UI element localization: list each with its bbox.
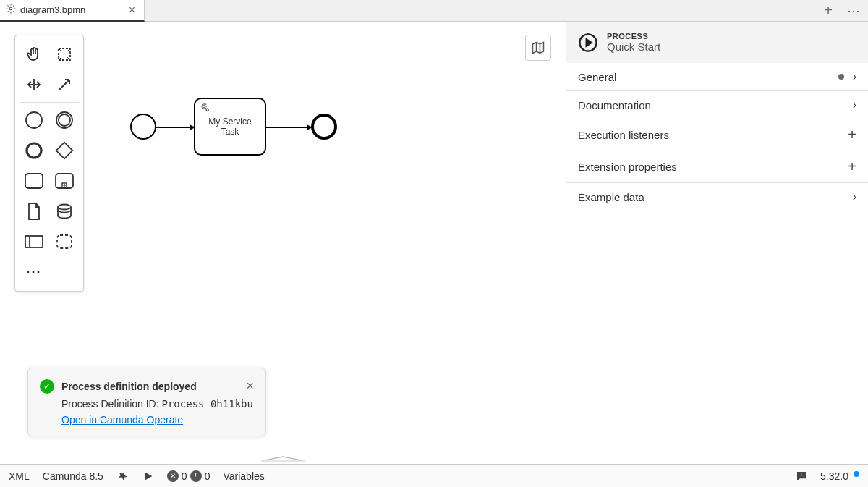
- variables-button[interactable]: Variables: [223, 470, 264, 482]
- end-event-tool[interactable]: [20, 136, 48, 165]
- section-label: Example data: [578, 191, 644, 203]
- svg-text:!: !: [801, 472, 802, 477]
- subprocess-tool[interactable]: [50, 166, 79, 195]
- chevron-right-icon: ›: [853, 70, 856, 83]
- section-label: General: [578, 71, 616, 83]
- data-store-tool[interactable]: [50, 197, 79, 226]
- process-definition-id: Process_0h11kbu: [162, 398, 253, 410]
- tool-palette: ···: [14, 35, 84, 292]
- element-name: Quick Start: [607, 41, 660, 53]
- warning-count: 0: [205, 470, 210, 482]
- task-label: My Service Task: [200, 117, 260, 137]
- new-tab-button[interactable]: +: [817, 2, 840, 19]
- more-tools[interactable]: ···: [20, 258, 48, 287]
- section-execution-listeners[interactable]: Execution listeners +: [566, 119, 868, 151]
- task-tool[interactable]: [20, 166, 48, 195]
- intermediate-event-tool[interactable]: [50, 106, 79, 135]
- toast-body: Process Definition ID: Process_0h11kbu: [61, 398, 254, 410]
- close-tab-icon[interactable]: ×: [126, 4, 138, 17]
- section-documentation[interactable]: Documentation ›: [566, 91, 868, 119]
- warning-icon: !: [190, 470, 202, 482]
- section-extension-properties[interactable]: Extension properties +: [566, 151, 868, 183]
- minimap-toggle[interactable]: [525, 35, 551, 61]
- svg-point-17: [206, 109, 208, 111]
- deploy-notification: ✓ Process definition deployed × Process …: [27, 368, 266, 436]
- version-indicator[interactable]: 5.32.0: [820, 470, 859, 482]
- section-label: Execution listeners: [578, 129, 669, 141]
- end-event[interactable]: [311, 114, 337, 140]
- bpmn-file-icon: [6, 4, 16, 16]
- process-icon: [578, 33, 598, 53]
- diagram-canvas[interactable]: ··· My Service Task ✓ Process definition…: [0, 22, 566, 464]
- space-tool[interactable]: [20, 70, 48, 99]
- element-type: PROCESS: [607, 32, 660, 41]
- engine-profile[interactable]: Camunda 8.5: [43, 470, 103, 482]
- service-task[interactable]: My Service Task: [194, 98, 266, 156]
- svg-marker-23: [145, 472, 152, 480]
- svg-point-10: [58, 205, 71, 210]
- error-count: 0: [182, 470, 187, 482]
- section-label: Extension properties: [578, 161, 677, 173]
- start-instance-button[interactable]: [142, 470, 154, 482]
- plus-icon[interactable]: +: [848, 158, 856, 175]
- properties-header: PROCESS Quick Start: [566, 22, 868, 63]
- svg-rect-7: [25, 174, 43, 188]
- group-tool[interactable]: [50, 227, 79, 256]
- chevron-right-icon: ›: [853, 190, 856, 203]
- hand-tool[interactable]: [20, 40, 48, 69]
- tab-menu-button[interactable]: ⋯: [840, 3, 868, 19]
- service-task-icon: [200, 102, 211, 116]
- deploy-button[interactable]: [116, 470, 129, 483]
- svg-point-5: [27, 143, 41, 158]
- chevron-right-icon: ›: [853, 98, 856, 111]
- success-icon: ✓: [40, 379, 54, 394]
- sequence-flow-1[interactable]: [156, 124, 195, 130]
- start-event-tool[interactable]: [20, 106, 48, 135]
- svg-marker-22: [587, 39, 592, 46]
- update-dot-icon: [854, 471, 859, 477]
- error-icon: ✕: [167, 470, 179, 482]
- section-example-data[interactable]: Example data ›: [566, 183, 868, 211]
- panel-collapse-handle[interactable]: [261, 452, 305, 460]
- close-toast-button[interactable]: ×: [246, 378, 254, 394]
- svg-point-0: [9, 7, 12, 10]
- svg-rect-6: [56, 143, 73, 159]
- section-label: Documentation: [578, 99, 651, 111]
- connect-tool[interactable]: [50, 70, 79, 99]
- toast-body-label: Process Definition ID:: [61, 398, 162, 410]
- tab-bar: diagram3.bpmn × + ⋯: [0, 0, 868, 22]
- version-text: 5.32.0: [820, 470, 848, 482]
- sequence-flow-2[interactable]: [266, 124, 312, 130]
- problems-indicator[interactable]: ✕0 !0: [167, 470, 210, 482]
- feedback-button[interactable]: !: [796, 470, 807, 482]
- svg-point-2: [26, 112, 42, 128]
- start-event[interactable]: [130, 114, 156, 140]
- tab-filename: diagram3.bpmn: [20, 4, 122, 15]
- section-general[interactable]: General ›: [566, 63, 868, 91]
- data-object-tool[interactable]: [20, 197, 48, 226]
- svg-rect-13: [57, 235, 72, 248]
- toast-title: Process definition deployed: [61, 381, 239, 392]
- lasso-tool[interactable]: [50, 40, 79, 69]
- plus-icon[interactable]: +: [848, 127, 856, 143]
- svg-point-16: [203, 105, 205, 108]
- status-bar: XML Camunda 8.5 ✕0 !0 Variables ! 5.32.0: [0, 464, 868, 487]
- properties-panel: PROCESS Quick Start General › Documentat…: [566, 22, 868, 464]
- gateway-tool[interactable]: [50, 136, 79, 165]
- svg-rect-11: [25, 236, 43, 247]
- open-operate-link[interactable]: Open in Camunda Operate: [61, 414, 183, 425]
- file-tab[interactable]: diagram3.bpmn ×: [0, 0, 145, 22]
- section-indicator-dot: [838, 74, 844, 80]
- xml-view-button[interactable]: XML: [9, 470, 30, 482]
- svg-point-4: [59, 114, 70, 126]
- pool-tool[interactable]: [20, 227, 48, 256]
